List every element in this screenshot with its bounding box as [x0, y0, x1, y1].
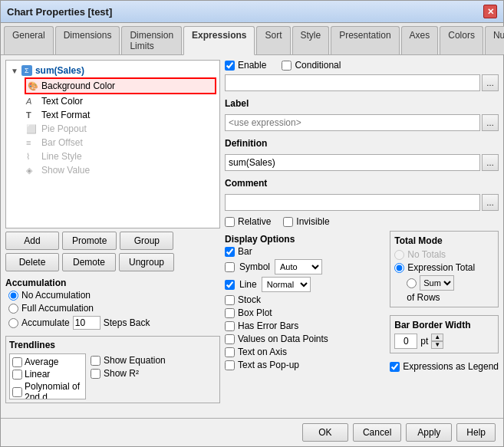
text-as-popup-checkbox[interactable] — [225, 360, 235, 370]
group-button[interactable]: Group — [120, 232, 173, 250]
line-select[interactable]: Normal Dashed Dotted — [262, 277, 311, 292]
tab-style[interactable]: Style — [292, 26, 330, 54]
delete-button[interactable]: Delete — [5, 253, 59, 271]
accumulation-radio-group: No Accumulation Full Accumulation Accumu… — [5, 290, 220, 330]
trend-average-check[interactable] — [12, 357, 22, 367]
accumulate-radio[interactable] — [8, 318, 18, 328]
invisible-checkbox[interactable] — [283, 217, 293, 227]
show-equation-check[interactable] — [91, 356, 100, 366]
steps-input[interactable] — [73, 316, 100, 330]
comment-browse-btn[interactable]: … — [482, 194, 499, 211]
conditional-browse-btn[interactable]: … — [482, 74, 499, 91]
trendlines-label: Trendlines — [9, 340, 216, 350]
tree-child-show-value[interactable]: ◈ Show Value — [9, 163, 216, 177]
symbol-select[interactable]: Auto Cross Circle Square — [275, 259, 322, 274]
text-format-label: Text Format — [41, 110, 90, 120]
symbol-label: Symbol — [239, 261, 270, 272]
chart-properties-window: Chart Properties [test] ✕ General Dimens… — [0, 0, 504, 447]
box-plot-check-row: Box Plot — [225, 307, 382, 318]
tree-child-text-color[interactable]: A Text Color — [9, 94, 216, 108]
values-on-data-points-label: Values on Data Points — [238, 334, 328, 344]
no-accumulation-radio[interactable] — [8, 291, 18, 301]
tab-sort[interactable]: Sort — [256, 26, 290, 54]
line-row: Line Normal Dashed Dotted — [225, 277, 382, 292]
accumulate-label: Accumulate — [21, 317, 70, 328]
right-side-section: Total Mode No Totals Expression Total — [390, 231, 499, 372]
sum-radio[interactable] — [407, 278, 417, 288]
tab-presentation[interactable]: Presentation — [331, 26, 399, 54]
conditional-checkbox[interactable] — [282, 61, 292, 71]
conditional-input[interactable] — [225, 74, 480, 91]
no-totals-label: No Totals — [407, 249, 446, 260]
bar-border-spinner: ▲ ▼ — [431, 334, 443, 349]
label-browse-btn[interactable]: … — [482, 114, 499, 131]
show-r2-label: Show R² — [104, 368, 139, 379]
full-accumulation-radio[interactable] — [8, 304, 18, 314]
expressions-as-legend-checkbox[interactable] — [390, 362, 400, 372]
values-on-data-points-checkbox[interactable] — [225, 334, 235, 344]
close-button[interactable]: ✕ — [483, 5, 497, 18]
bar-border-up[interactable]: ▲ — [431, 334, 443, 341]
text-on-axis-checkbox[interactable] — [225, 347, 235, 357]
tree-child-bg-color[interactable]: 🎨 Background Color — [9, 77, 216, 94]
cancel-button[interactable]: Cancel — [353, 423, 401, 442]
bar-border-down[interactable]: ▼ — [431, 341, 443, 349]
symbol-checkbox[interactable] — [225, 262, 235, 272]
line-style-label: Line Style — [41, 151, 82, 162]
tab-number[interactable]: Number — [485, 26, 504, 54]
of-rows-label: of Rows — [407, 292, 440, 303]
tab-expressions[interactable]: Expressions — [183, 26, 255, 55]
demote-button[interactable]: Demote — [62, 253, 116, 271]
ungroup-button[interactable]: Ungroup — [119, 253, 174, 271]
has-error-bars-checkbox[interactable] — [225, 321, 235, 331]
label-input[interactable] — [225, 114, 480, 131]
definition-input[interactable] — [225, 154, 480, 171]
tree-root[interactable]: ▼ Σ sum(Sales) — [9, 64, 216, 77]
tab-dimension-limits[interactable]: Dimension Limits — [121, 26, 182, 54]
no-accumulation-row: No Accumulation — [8, 290, 220, 301]
bar-border-input[interactable] — [394, 334, 417, 349]
expressions-as-legend-label: Expressions as Legend — [403, 361, 499, 372]
expression-total-radio[interactable] — [394, 263, 404, 273]
add-button[interactable]: Add — [5, 232, 59, 250]
text-on-axis-label: Text on Axis — [238, 347, 287, 357]
definition-browse-btn[interactable]: … — [482, 154, 499, 171]
full-accumulation-label: Full Accumulation — [21, 303, 94, 314]
comment-input[interactable] — [225, 194, 480, 211]
trendlines-list[interactable]: Average Linear Polynomial of 2nd d... — [9, 353, 86, 399]
tab-general[interactable]: General — [4, 26, 54, 54]
bg-color-icon: 🎨 — [28, 81, 38, 91]
promote-button[interactable]: Promote — [62, 232, 117, 250]
help-button[interactable]: Help — [456, 423, 496, 442]
enable-checkbox[interactable] — [225, 61, 235, 71]
box-plot-label: Box Plot — [238, 307, 272, 318]
invisible-label: Invisible — [296, 216, 329, 227]
trend-poly2-check[interactable] — [12, 387, 22, 397]
tab-colors[interactable]: Colors — [440, 26, 483, 54]
bar-checkbox[interactable] — [225, 247, 235, 257]
relative-checkbox[interactable] — [225, 217, 235, 227]
tree-child-bar-offset[interactable]: ≡ Bar Offset — [9, 136, 216, 150]
show-r2-check[interactable] — [91, 369, 100, 379]
tab-axes[interactable]: Axes — [401, 26, 439, 54]
trend-linear-check[interactable] — [12, 370, 22, 380]
expression-tree[interactable]: ▼ Σ sum(Sales) 🎨 Background Color A Text… — [5, 60, 220, 228]
no-totals-radio[interactable] — [394, 250, 404, 260]
stock-checkbox[interactable] — [225, 295, 235, 305]
bottom-bar: OK Cancel Apply Help — [1, 418, 503, 446]
tree-child-text-format[interactable]: T Text Format — [9, 108, 216, 122]
apply-button[interactable]: Apply — [406, 423, 452, 442]
tree-child-line-style[interactable]: ⌇ Line Style — [9, 150, 216, 163]
sum-select[interactable]: Sum Avg Max Min — [420, 275, 454, 291]
tree-child-pie-popout[interactable]: ⬜ Pie Popout — [9, 122, 216, 136]
trend-item-poly2: Polynomial of 2nd d... — [12, 380, 84, 399]
tree-root-label: sum(Sales) — [35, 65, 84, 76]
action-buttons-row1: Add Promote Group — [5, 232, 220, 250]
box-plot-checkbox[interactable] — [225, 308, 235, 318]
trend-linear-label: Linear — [25, 369, 50, 380]
ok-button[interactable]: OK — [302, 423, 348, 442]
tab-dimensions[interactable]: Dimensions — [55, 26, 120, 54]
line-checkbox[interactable] — [225, 280, 235, 290]
text-as-popup-row: Text as Pop-up — [225, 360, 382, 370]
sum-row: Sum Avg Max Min — [394, 275, 494, 291]
